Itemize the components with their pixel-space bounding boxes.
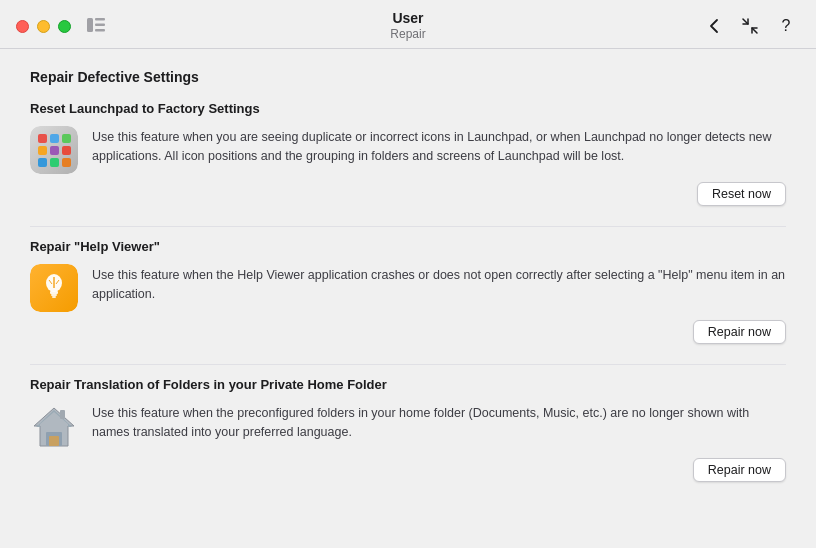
svg-rect-12 <box>50 158 59 167</box>
launchpad-icon <box>30 126 78 174</box>
svg-rect-8 <box>38 146 47 155</box>
launchpad-actions: Reset now <box>30 182 786 206</box>
svg-rect-10 <box>62 146 71 155</box>
window-subtitle: Repair <box>390 27 425 41</box>
svg-rect-17 <box>51 294 57 296</box>
sidebar-toggle-button[interactable] <box>83 16 109 37</box>
main-content: Repair Defective Settings Reset Launchpa… <box>0 49 816 537</box>
help-viewer-title: Repair "Help Viewer" <box>30 239 786 254</box>
divider-1 <box>30 226 786 227</box>
repair-now-button-1[interactable]: Repair now <box>693 320 786 344</box>
back-button[interactable] <box>700 12 728 40</box>
launchpad-item: Use this feature when you are seeing dup… <box>30 126 786 174</box>
launchpad-title: Reset Launchpad to Factory Settings <box>30 101 786 116</box>
traffic-lights <box>16 20 71 33</box>
folder-translation-section: Repair Translation of Folders in your Pr… <box>30 377 786 482</box>
reset-now-button[interactable]: Reset now <box>697 182 786 206</box>
svg-rect-0 <box>87 18 93 32</box>
help-icon: ? <box>782 17 791 35</box>
folder-translation-item: Use this feature when the preconfigured … <box>30 402 786 450</box>
folder-translation-description: Use this feature when the preconfigured … <box>92 402 786 442</box>
svg-rect-18 <box>52 296 56 298</box>
title-bar-left <box>16 16 109 37</box>
svg-rect-5 <box>38 134 47 143</box>
svg-rect-6 <box>50 134 59 143</box>
help-viewer-description: Use this feature when the Help Viewer ap… <box>92 264 786 304</box>
repair-now-button-2[interactable]: Repair now <box>693 458 786 482</box>
svg-rect-16 <box>50 291 58 294</box>
minimize-button[interactable] <box>37 20 50 33</box>
folder-translation-title: Repair Translation of Folders in your Pr… <box>30 377 786 392</box>
close-button[interactable] <box>16 20 29 33</box>
folder-translation-actions: Repair now <box>30 458 786 482</box>
help-viewer-actions: Repair now <box>30 320 786 344</box>
svg-rect-11 <box>38 158 47 167</box>
svg-rect-2 <box>95 23 105 26</box>
svg-rect-1 <box>95 18 105 21</box>
svg-rect-13 <box>62 158 71 167</box>
title-bar: User Repair ? <box>0 0 816 48</box>
home-folder-icon <box>30 402 78 450</box>
compress-button[interactable] <box>736 12 764 40</box>
title-bar-right: ? <box>700 12 800 40</box>
help-viewer-section: Repair "Help Viewer" <box>30 239 786 344</box>
window-title: User <box>390 10 425 27</box>
help-button[interactable]: ? <box>772 12 800 40</box>
svg-rect-26 <box>60 410 65 419</box>
help-viewer-icon <box>30 264 78 312</box>
window-title-area: User Repair <box>390 10 425 41</box>
help-viewer-item: Use this feature when the Help Viewer ap… <box>30 264 786 312</box>
launchpad-description: Use this feature when you are seeing dup… <box>92 126 786 166</box>
svg-rect-24 <box>49 436 59 446</box>
launchpad-section: Reset Launchpad to Factory Settings <box>30 101 786 206</box>
maximize-button[interactable] <box>58 20 71 33</box>
section-title: Repair Defective Settings <box>30 69 786 85</box>
svg-rect-9 <box>50 146 59 155</box>
svg-rect-7 <box>62 134 71 143</box>
svg-rect-3 <box>95 29 105 32</box>
divider-2 <box>30 364 786 365</box>
